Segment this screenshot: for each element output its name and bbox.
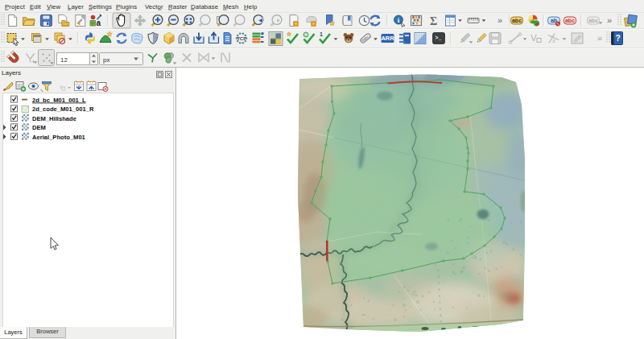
- svg-text:V: V: [530, 33, 537, 43]
- svg-text:Mesh: Mesh: [223, 3, 238, 10]
- svg-text:Project: Project: [5, 3, 26, 10]
- svg-text:12: 12: [60, 56, 68, 64]
- svg-text:Q: Q: [304, 32, 308, 37]
- svg-text:Settings: Settings: [89, 3, 112, 10]
- svg-text:abc: abc: [512, 18, 522, 23]
- svg-text:Layer: Layer: [68, 3, 84, 10]
- svg-text:abc: abc: [588, 18, 598, 23]
- svg-text:ARR: ARR: [381, 35, 394, 42]
- svg-text:»: »: [597, 33, 602, 43]
- svg-text:»: »: [607, 15, 612, 25]
- svg-text:Edit: Edit: [30, 3, 42, 10]
- svg-text:Σ: Σ: [430, 15, 437, 27]
- svg-text:a: a: [96, 19, 101, 27]
- svg-text:x: x: [551, 36, 555, 44]
- svg-text:Raster: Raster: [168, 3, 188, 10]
- svg-text:Plugins: Plugins: [116, 3, 137, 10]
- svg-text:abc: abc: [565, 18, 575, 23]
- svg-text:ε: ε: [60, 82, 63, 90]
- svg-text:Help: Help: [244, 3, 258, 10]
- svg-text:TCF: TCF: [237, 36, 246, 41]
- svg-text:Vector: Vector: [145, 3, 163, 10]
- svg-text:px: px: [103, 56, 109, 64]
- svg-text:?: ?: [615, 34, 620, 43]
- svg-text:1: 1: [320, 31, 323, 37]
- svg-text:Database: Database: [191, 3, 218, 10]
- svg-text:>_: >_: [436, 35, 442, 41]
- svg-text:»: »: [497, 15, 502, 25]
- svg-text:View: View: [47, 3, 60, 10]
